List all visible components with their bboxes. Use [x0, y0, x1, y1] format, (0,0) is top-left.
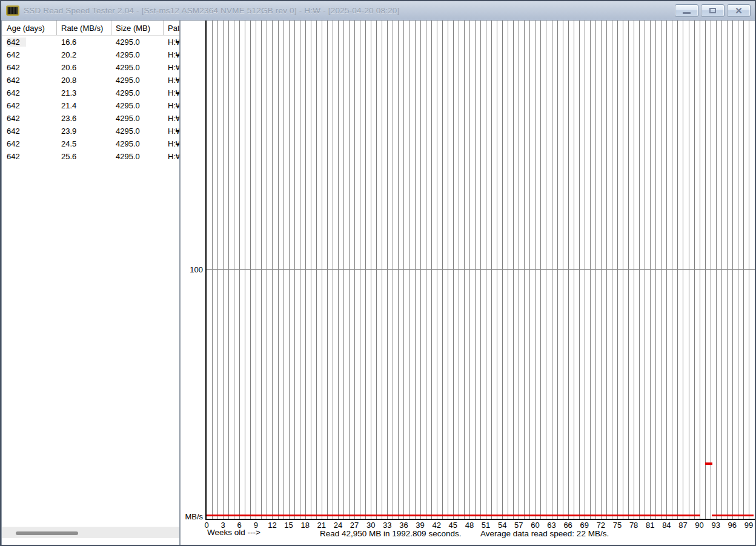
table-row[interactable]: 64220.64295.0H:₩	[2, 61, 179, 74]
window-content: Age (days) Rate (MB/s) Size (MB) Path 64…	[1, 21, 755, 545]
cell-path[interactable]: H:₩	[164, 125, 179, 137]
cell-rate[interactable]: 24.5	[57, 137, 111, 150]
cell-rate[interactable]: 16.6	[57, 36, 111, 48]
x-tick-label: 66	[563, 521, 572, 530]
cell-size[interactable]: 4295.0	[111, 48, 164, 61]
minimize-icon	[683, 12, 691, 14]
close-button[interactable]: ✕	[727, 4, 751, 17]
close-icon: ✕	[735, 6, 743, 15]
cell-size[interactable]: 4295.0	[111, 74, 164, 87]
x-tick-label: 12	[268, 521, 276, 530]
column-header-age[interactable]: Age (days)	[2, 21, 57, 35]
cell-size[interactable]: 4295.0	[111, 61, 164, 74]
cell-age[interactable]: 642	[2, 36, 57, 48]
cell-rate[interactable]: 20.8	[57, 74, 111, 87]
cell-path[interactable]: H:₩	[164, 74, 179, 87]
x-tick-label: 99	[744, 521, 753, 530]
table-row[interactable]: 64221.34295.0H:₩	[2, 87, 179, 99]
x-tick-label: 87	[678, 521, 687, 530]
cell-size[interactable]: 4295.0	[111, 112, 164, 125]
column-header-rate[interactable]: Rate (MB/s)	[57, 21, 111, 35]
table-row[interactable]: 64220.24295.0H:₩	[2, 48, 179, 61]
cell-path[interactable]: H:₩	[164, 112, 179, 125]
cell-path[interactable]: H:₩	[164, 99, 179, 112]
read-speed-chart: 100 MB/s Weeks old ---> Read 42,950 MB i…	[181, 21, 755, 545]
cell-age[interactable]: 642	[2, 87, 57, 99]
x-tick-label: 96	[728, 521, 737, 530]
cell-age[interactable]: 642	[2, 74, 57, 87]
cell-rate[interactable]: 21.4	[57, 99, 111, 112]
x-tick-label: 63	[547, 521, 555, 530]
x-tick-label: 18	[300, 521, 309, 530]
cell-rate[interactable]: 25.6	[57, 150, 111, 163]
x-tick-label: 15	[284, 521, 293, 530]
cell-size[interactable]: 4295.0	[111, 125, 164, 137]
cell-size[interactable]: 4295.0	[111, 99, 164, 112]
average-speed-text: Average data read speed: 22 MB/s.	[480, 529, 609, 538]
x-tick-label: 21	[317, 521, 326, 530]
cell-size[interactable]: 4295.0	[111, 87, 164, 99]
cell-path[interactable]: H:₩	[164, 137, 179, 150]
cell-rate[interactable]: 23.6	[57, 112, 111, 125]
x-tick-label: 84	[662, 521, 671, 530]
maximize-icon	[709, 8, 716, 13]
y-axis-line	[205, 21, 207, 519]
x-tick-label: 90	[695, 521, 703, 530]
x-tick-label: 24	[334, 521, 342, 530]
cell-path[interactable]: H:₩	[164, 150, 179, 163]
table-row[interactable]: 64225.64295.0H:₩	[2, 150, 179, 163]
table-row[interactable]: 64224.54295.0H:₩	[2, 137, 179, 150]
cell-path[interactable]: H:₩	[164, 61, 179, 74]
y-axis-unit-label: MB/s	[181, 512, 203, 521]
cell-rate[interactable]: 23.9	[57, 125, 111, 137]
cell-age[interactable]: 642	[2, 48, 57, 61]
column-header-size[interactable]: Size (MB)	[111, 21, 164, 35]
speed-baseline-segment	[207, 515, 700, 516]
x-tick-label: 93	[711, 521, 720, 530]
cell-rate[interactable]: 20.2	[57, 48, 111, 61]
read-summary-text: Read 42,950 MB in 1992.809 seconds.	[320, 529, 461, 538]
app-icon	[6, 5, 19, 16]
column-header-path[interactable]: Path	[164, 21, 179, 35]
cell-age[interactable]: 642	[2, 137, 57, 150]
speed-data-point	[705, 462, 712, 465]
x-tick-label: 33	[383, 521, 391, 530]
horizontal-scrollbar-thumb[interactable]	[16, 531, 78, 535]
cell-age[interactable]: 642	[2, 99, 57, 112]
cell-size[interactable]: 4295.0	[111, 137, 164, 150]
cell-size[interactable]: 4295.0	[111, 36, 164, 48]
cell-age[interactable]: 642	[2, 125, 57, 137]
title-bar: SSD Read Speed Tester 2.04 - [Sst-ms12 A…	[1, 1, 755, 21]
window-title: SSD Read Speed Tester 2.04 - [Sst-ms12 A…	[24, 6, 400, 15]
y-gridline-label: 100	[181, 265, 203, 274]
speed-baseline-segment	[712, 515, 754, 516]
cell-rate[interactable]: 21.3	[57, 87, 111, 99]
cell-path[interactable]: H:₩	[164, 36, 179, 48]
window-controls: ✕	[675, 4, 751, 17]
cell-age[interactable]: 642	[2, 61, 57, 74]
horizontal-scrollbar[interactable]	[2, 527, 179, 538]
x-axis-line	[205, 519, 755, 520]
table-row[interactable]: 64216.64295.0H:₩	[2, 36, 179, 48]
cell-rate[interactable]: 20.6	[57, 61, 111, 74]
table-row[interactable]: 64220.84295.0H:₩	[2, 74, 179, 87]
cell-path[interactable]: H:₩	[164, 87, 179, 99]
table-row[interactable]: 64223.64295.0H:₩	[2, 112, 179, 125]
cell-path[interactable]: H:₩	[164, 48, 179, 61]
x-tick-label: 0	[204, 521, 208, 530]
x-tick-label: 54	[498, 521, 506, 530]
cell-age[interactable]: 642	[2, 150, 57, 163]
x-axis-label: Weeks old --->	[207, 528, 260, 537]
x-tick-label: 75	[613, 521, 622, 530]
cell-age[interactable]: 642	[2, 112, 57, 125]
minimize-button[interactable]	[675, 4, 698, 17]
cell-size[interactable]: 4295.0	[111, 150, 164, 163]
maximize-button[interactable]	[701, 4, 724, 17]
table-body: 64216.64295.0H:₩64220.24295.0H:₩64220.64…	[2, 36, 179, 163]
table-row[interactable]: 64223.94295.0H:₩	[2, 125, 179, 137]
x-tick-label: 39	[416, 521, 424, 530]
x-tick-label: 57	[514, 521, 523, 530]
table-row[interactable]: 64221.44295.0H:₩	[2, 99, 179, 112]
x-tick-label: 60	[531, 521, 539, 530]
x-tick-label: 9	[254, 521, 258, 530]
